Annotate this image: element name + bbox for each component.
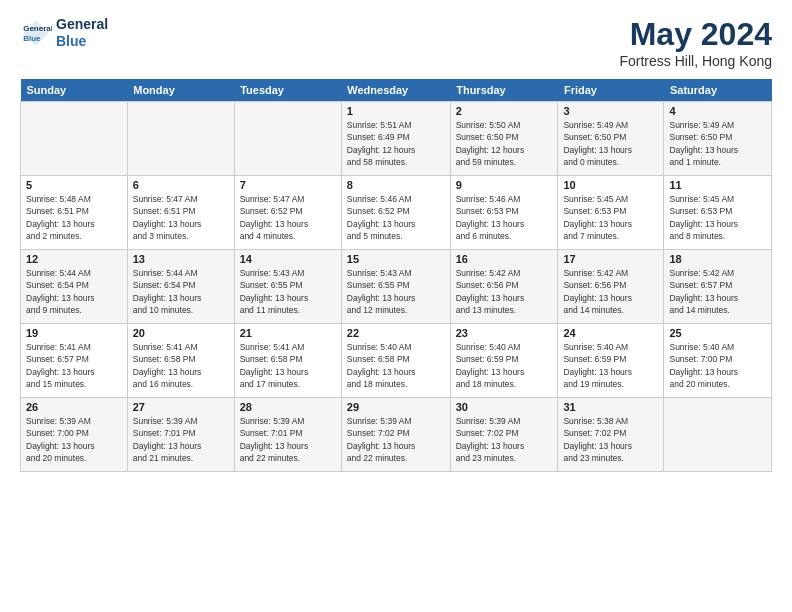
day-info: Sunrise: 5:48 AM Sunset: 6:51 PM Dayligh…: [26, 193, 122, 242]
calendar-cell: 5Sunrise: 5:48 AM Sunset: 6:51 PM Daylig…: [21, 176, 128, 250]
calendar-cell: 23Sunrise: 5:40 AM Sunset: 6:59 PM Dayli…: [450, 324, 558, 398]
weekday-header-sunday: Sunday: [21, 79, 128, 102]
logo-text: General Blue: [56, 16, 108, 50]
day-number: 12: [26, 253, 122, 265]
day-number: 14: [240, 253, 336, 265]
calendar-cell: 13Sunrise: 5:44 AM Sunset: 6:54 PM Dayli…: [127, 250, 234, 324]
calendar-week-4: 19Sunrise: 5:41 AM Sunset: 6:57 PM Dayli…: [21, 324, 772, 398]
weekday-header-monday: Monday: [127, 79, 234, 102]
day-info: Sunrise: 5:42 AM Sunset: 6:57 PM Dayligh…: [669, 267, 766, 316]
day-number: 13: [133, 253, 229, 265]
day-number: 20: [133, 327, 229, 339]
calendar-cell: 27Sunrise: 5:39 AM Sunset: 7:01 PM Dayli…: [127, 398, 234, 472]
calendar-cell: 15Sunrise: 5:43 AM Sunset: 6:55 PM Dayli…: [341, 250, 450, 324]
main-title: May 2024: [619, 16, 772, 53]
calendar-cell: 7Sunrise: 5:47 AM Sunset: 6:52 PM Daylig…: [234, 176, 341, 250]
day-info: Sunrise: 5:40 AM Sunset: 6:58 PM Dayligh…: [347, 341, 445, 390]
calendar-week-2: 5Sunrise: 5:48 AM Sunset: 6:51 PM Daylig…: [21, 176, 772, 250]
weekday-header-saturday: Saturday: [664, 79, 772, 102]
day-number: 26: [26, 401, 122, 413]
day-number: 22: [347, 327, 445, 339]
svg-text:General: General: [23, 24, 52, 33]
calendar-cell: 14Sunrise: 5:43 AM Sunset: 6:55 PM Dayli…: [234, 250, 341, 324]
calendar-table: SundayMondayTuesdayWednesdayThursdayFrid…: [20, 79, 772, 472]
weekday-header-friday: Friday: [558, 79, 664, 102]
calendar-cell: 29Sunrise: 5:39 AM Sunset: 7:02 PM Dayli…: [341, 398, 450, 472]
calendar-cell: 6Sunrise: 5:47 AM Sunset: 6:51 PM Daylig…: [127, 176, 234, 250]
header: General Blue General Blue May 2024 Fortr…: [20, 16, 772, 69]
day-number: 8: [347, 179, 445, 191]
page-container: General Blue General Blue May 2024 Fortr…: [0, 0, 792, 482]
day-info: Sunrise: 5:40 AM Sunset: 7:00 PM Dayligh…: [669, 341, 766, 390]
day-info: Sunrise: 5:39 AM Sunset: 7:01 PM Dayligh…: [133, 415, 229, 464]
calendar-cell: 21Sunrise: 5:41 AM Sunset: 6:58 PM Dayli…: [234, 324, 341, 398]
day-number: 5: [26, 179, 122, 191]
day-number: 30: [456, 401, 553, 413]
calendar-cell: 11Sunrise: 5:45 AM Sunset: 6:53 PM Dayli…: [664, 176, 772, 250]
day-info: Sunrise: 5:51 AM Sunset: 6:49 PM Dayligh…: [347, 119, 445, 168]
calendar-week-1: 1Sunrise: 5:51 AM Sunset: 6:49 PM Daylig…: [21, 102, 772, 176]
day-number: 27: [133, 401, 229, 413]
title-block: May 2024 Fortress Hill, Hong Kong: [619, 16, 772, 69]
day-info: Sunrise: 5:47 AM Sunset: 6:52 PM Dayligh…: [240, 193, 336, 242]
day-info: Sunrise: 5:39 AM Sunset: 7:02 PM Dayligh…: [347, 415, 445, 464]
day-number: 29: [347, 401, 445, 413]
calendar-cell: 16Sunrise: 5:42 AM Sunset: 6:56 PM Dayli…: [450, 250, 558, 324]
calendar-cell: 9Sunrise: 5:46 AM Sunset: 6:53 PM Daylig…: [450, 176, 558, 250]
day-info: Sunrise: 5:39 AM Sunset: 7:00 PM Dayligh…: [26, 415, 122, 464]
day-info: Sunrise: 5:42 AM Sunset: 6:56 PM Dayligh…: [563, 267, 658, 316]
day-number: 23: [456, 327, 553, 339]
day-info: Sunrise: 5:45 AM Sunset: 6:53 PM Dayligh…: [669, 193, 766, 242]
calendar-cell: 30Sunrise: 5:39 AM Sunset: 7:02 PM Dayli…: [450, 398, 558, 472]
day-number: 19: [26, 327, 122, 339]
day-number: 18: [669, 253, 766, 265]
day-number: 31: [563, 401, 658, 413]
calendar-cell: 31Sunrise: 5:38 AM Sunset: 7:02 PM Dayli…: [558, 398, 664, 472]
day-number: 15: [347, 253, 445, 265]
day-number: 17: [563, 253, 658, 265]
day-info: Sunrise: 5:45 AM Sunset: 6:53 PM Dayligh…: [563, 193, 658, 242]
day-info: Sunrise: 5:49 AM Sunset: 6:50 PM Dayligh…: [669, 119, 766, 168]
calendar-cell: [234, 102, 341, 176]
calendar-cell: 24Sunrise: 5:40 AM Sunset: 6:59 PM Dayli…: [558, 324, 664, 398]
calendar-cell: 17Sunrise: 5:42 AM Sunset: 6:56 PM Dayli…: [558, 250, 664, 324]
calendar-cell: 18Sunrise: 5:42 AM Sunset: 6:57 PM Dayli…: [664, 250, 772, 324]
day-number: 24: [563, 327, 658, 339]
day-number: 3: [563, 105, 658, 117]
logo-icon: General Blue: [20, 17, 52, 49]
day-info: Sunrise: 5:44 AM Sunset: 6:54 PM Dayligh…: [133, 267, 229, 316]
calendar-cell: 4Sunrise: 5:49 AM Sunset: 6:50 PM Daylig…: [664, 102, 772, 176]
day-number: 28: [240, 401, 336, 413]
day-info: Sunrise: 5:41 AM Sunset: 6:57 PM Dayligh…: [26, 341, 122, 390]
day-number: 25: [669, 327, 766, 339]
svg-text:Blue: Blue: [23, 34, 41, 43]
day-info: Sunrise: 5:46 AM Sunset: 6:52 PM Dayligh…: [347, 193, 445, 242]
calendar-cell: 22Sunrise: 5:40 AM Sunset: 6:58 PM Dayli…: [341, 324, 450, 398]
day-number: 6: [133, 179, 229, 191]
logo: General Blue General Blue: [20, 16, 108, 50]
day-number: 1: [347, 105, 445, 117]
calendar-cell: 2Sunrise: 5:50 AM Sunset: 6:50 PM Daylig…: [450, 102, 558, 176]
calendar-cell: 28Sunrise: 5:39 AM Sunset: 7:01 PM Dayli…: [234, 398, 341, 472]
calendar-cell: [127, 102, 234, 176]
day-info: Sunrise: 5:50 AM Sunset: 6:50 PM Dayligh…: [456, 119, 553, 168]
day-number: 10: [563, 179, 658, 191]
calendar-cell: 10Sunrise: 5:45 AM Sunset: 6:53 PM Dayli…: [558, 176, 664, 250]
day-info: Sunrise: 5:40 AM Sunset: 6:59 PM Dayligh…: [563, 341, 658, 390]
weekday-header-tuesday: Tuesday: [234, 79, 341, 102]
location-subtitle: Fortress Hill, Hong Kong: [619, 53, 772, 69]
day-number: 2: [456, 105, 553, 117]
day-info: Sunrise: 5:41 AM Sunset: 6:58 PM Dayligh…: [133, 341, 229, 390]
day-info: Sunrise: 5:43 AM Sunset: 6:55 PM Dayligh…: [347, 267, 445, 316]
day-info: Sunrise: 5:43 AM Sunset: 6:55 PM Dayligh…: [240, 267, 336, 316]
calendar-cell: 20Sunrise: 5:41 AM Sunset: 6:58 PM Dayli…: [127, 324, 234, 398]
calendar-cell: 1Sunrise: 5:51 AM Sunset: 6:49 PM Daylig…: [341, 102, 450, 176]
weekday-header-row: SundayMondayTuesdayWednesdayThursdayFrid…: [21, 79, 772, 102]
day-info: Sunrise: 5:46 AM Sunset: 6:53 PM Dayligh…: [456, 193, 553, 242]
day-number: 7: [240, 179, 336, 191]
calendar-cell: 12Sunrise: 5:44 AM Sunset: 6:54 PM Dayli…: [21, 250, 128, 324]
calendar-cell: 26Sunrise: 5:39 AM Sunset: 7:00 PM Dayli…: [21, 398, 128, 472]
calendar-cell: [21, 102, 128, 176]
day-number: 9: [456, 179, 553, 191]
day-number: 21: [240, 327, 336, 339]
